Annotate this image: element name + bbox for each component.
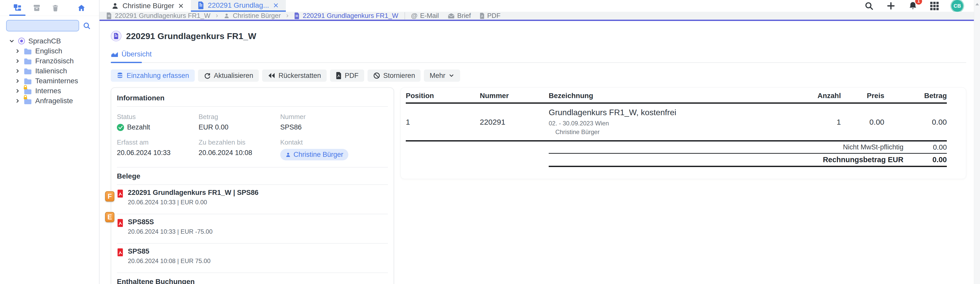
workspace-radio-icon xyxy=(18,38,25,45)
coins-icon xyxy=(116,72,124,79)
add-icon[interactable] xyxy=(886,1,896,11)
folder-icon xyxy=(24,58,32,64)
information-card: Informationen Status Bezahlt xyxy=(111,87,394,284)
tree-item-franzoesisch[interactable]: Französisch xyxy=(0,56,99,66)
record-payment-button[interactable]: Einzahlung erfassen xyxy=(111,69,195,82)
annotation-marker-e: E xyxy=(105,212,115,222)
folder-icon xyxy=(24,78,32,84)
tree-item-label: SprachCB xyxy=(28,37,61,45)
email-action[interactable]: @ E-Mail xyxy=(411,12,439,20)
col-bezeichnung: Bezeichnung xyxy=(549,92,790,100)
divider xyxy=(117,273,388,273)
chevron-right-icon xyxy=(15,68,21,74)
notifications-bell-icon[interactable]: 1 xyxy=(908,1,918,11)
breadcrumb-item-course[interactable]: 220291 Grundlagenkurs FR1_W xyxy=(106,12,210,20)
search-input[interactable] xyxy=(6,20,79,32)
folder-icon xyxy=(24,48,32,54)
home-icon[interactable] xyxy=(77,4,86,12)
sidebar-search xyxy=(6,20,99,32)
breadcrumb-divider xyxy=(404,12,405,19)
pdf-file-icon xyxy=(117,219,124,227)
tree-item-internes[interactable]: Internes xyxy=(0,86,99,96)
envelope-icon xyxy=(448,13,455,19)
vertical-scrollbar[interactable] xyxy=(974,0,980,284)
pdf-button[interactable]: PDF xyxy=(330,69,364,82)
action-buttons: Einzahlung erfassen Aktualisieren Rücker… xyxy=(111,69,966,82)
more-button[interactable]: Mehr xyxy=(424,69,460,82)
chevron-right-icon xyxy=(15,78,21,84)
folder-icon xyxy=(24,68,32,74)
beleg-item[interactable]: 220291 Grundlagenkurs FR1_W | SPS86 20.0… xyxy=(117,185,388,210)
close-icon[interactable] xyxy=(178,3,184,9)
tab-uebersicht[interactable]: Übersicht xyxy=(111,50,151,62)
tree-item-englisch[interactable]: Englisch xyxy=(0,46,99,56)
summary-row-total: Rechnungsbetrag EUR 0.00 xyxy=(549,154,947,167)
tree-item-anfrageliste[interactable]: Anfrageliste xyxy=(0,96,99,106)
pdf-file-icon xyxy=(117,190,124,198)
person-icon xyxy=(224,13,230,19)
chevron-right-icon xyxy=(15,98,21,104)
chevron-right-icon xyxy=(15,58,21,64)
page-title-row: 220291 Grundlagenkurs FR1_W xyxy=(111,31,966,41)
apps-grid-icon[interactable] xyxy=(930,2,939,10)
breadcrumb-item-current[interactable]: 220291 Grundlagenkurs FR1_W xyxy=(294,12,398,20)
search-icon[interactable] xyxy=(83,22,91,30)
info-heading: Informationen xyxy=(117,94,388,102)
beleg-item[interactable]: SPS85S 20.06.2024 10:33 | EUR -75.00 xyxy=(117,214,388,239)
folder-tree: SprachCB Englisch Französisch xyxy=(0,34,99,106)
field-erfasst-am: Erfasst am 20.06.2024 10:33 xyxy=(117,139,199,160)
info-fields: Status Bezahlt Betrag EUR 0.00 xyxy=(117,113,388,160)
contact-chip[interactable]: Christine Bürger xyxy=(280,149,348,160)
pdf-file-icon xyxy=(336,72,342,79)
refresh-button[interactable]: Aktualisieren xyxy=(198,69,259,82)
tab-christine-buerger[interactable]: Christine Bürger xyxy=(105,0,191,12)
tree-item-label: Teaminternes xyxy=(35,77,78,85)
refund-button[interactable]: Rückerstatten xyxy=(262,69,327,82)
trash-icon[interactable] xyxy=(52,4,59,12)
avatar[interactable]: CB xyxy=(951,0,963,12)
document-icon xyxy=(106,13,112,19)
tree-item-label: Französisch xyxy=(35,57,74,65)
tree-item-label: Italienisch xyxy=(35,67,67,75)
view-tabs: Übersicht xyxy=(111,50,966,63)
sidebar: SprachCB Englisch Französisch xyxy=(0,0,100,284)
summary-row-vat: Nicht MwSt-pflichtig 0.00 xyxy=(549,142,947,154)
chevron-down-icon xyxy=(9,38,15,44)
divider xyxy=(117,167,388,168)
check-circle-icon xyxy=(117,124,124,131)
letter-action[interactable]: Brief xyxy=(448,12,471,20)
invoice-header-row: Position Nummer Bezeichnung Anzahl Preis… xyxy=(406,92,947,104)
beleg-item[interactable]: SPS85 20.06.2024 10:08 | EUR 75.00 xyxy=(117,244,388,268)
cell-betrag: 0.00 xyxy=(884,118,947,126)
tree-item-sprachcb[interactable]: SprachCB xyxy=(0,36,99,46)
tree-item-label: Englisch xyxy=(35,47,62,55)
cancel-button[interactable]: Stornieren xyxy=(368,69,421,82)
cell-nummer: 220291 xyxy=(480,118,549,126)
tree-view-icon[interactable] xyxy=(13,3,22,12)
archive-icon[interactable] xyxy=(33,4,41,12)
tree-item-italienisch[interactable]: Italienisch xyxy=(0,66,99,76)
scroll-up-arrow-icon[interactable] xyxy=(975,3,979,5)
close-icon[interactable] xyxy=(272,3,279,8)
refresh-icon xyxy=(204,72,211,79)
locked-folder-icon xyxy=(24,88,32,94)
col-betrag: Betrag xyxy=(884,92,947,100)
tree-item-teaminternes[interactable]: Teaminternes xyxy=(0,76,99,86)
person-icon xyxy=(111,2,119,10)
topbar-actions: 1 CB xyxy=(864,0,974,12)
payment-document-badge-icon xyxy=(111,31,121,41)
locked-folder-icon xyxy=(24,97,32,104)
tab-220291-grundlagenkurs[interactable]: 220291 Grundlag... xyxy=(191,0,286,12)
field-nummer: Nummer SPS86 xyxy=(280,113,388,131)
pdf-action[interactable]: PDF xyxy=(479,12,501,20)
breadcrumb: 220291 Grundlagenkurs FR1_W Christine Bü… xyxy=(100,12,974,21)
lock-icon xyxy=(23,95,27,100)
col-anzahl: Anzahl xyxy=(790,92,841,100)
invoice-row[interactable]: 1 220291 Grundlagenkurs FR1_W, kostenfre… xyxy=(406,104,947,142)
field-zu-bezahlen-bis: Zu bezahlen bis 20.06.2024 10:08 xyxy=(199,139,280,160)
tree-item-label: Anfrageliste xyxy=(35,97,73,105)
belege-heading: Belege xyxy=(117,172,388,180)
breadcrumb-item-contact[interactable]: Christine Bürger xyxy=(224,12,281,20)
person-icon xyxy=(285,152,291,158)
global-search-icon[interactable] xyxy=(864,1,873,11)
